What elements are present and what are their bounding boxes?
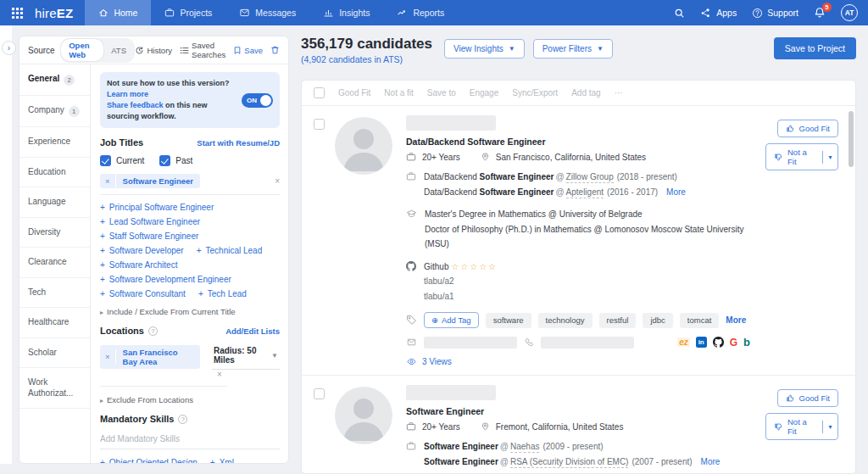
category-tech[interactable]: Tech	[19, 278, 90, 309]
selected-location-tag[interactable]: ×San Francisco Bay Area	[100, 345, 200, 369]
suggestion-skill[interactable]: Object Oriented Design	[100, 458, 198, 463]
radius-select[interactable]: Radius: 50 Miles▼	[212, 343, 280, 370]
candidate-tag[interactable]: restful	[599, 313, 637, 328]
mandatory-skills-input[interactable]	[100, 431, 280, 449]
saved-searches-button[interactable]: Saved Searches	[180, 41, 225, 59]
category-company[interactable]: Company1	[19, 96, 90, 127]
add-edit-lists-link[interactable]: Add/Edit Lists	[225, 326, 280, 336]
view-insights-button[interactable]: View Insights▼	[444, 39, 525, 59]
nav-tab-projects[interactable]: Projects	[151, 0, 225, 25]
github-profile-icon[interactable]	[713, 337, 724, 348]
add-tag-button[interactable]: ⊕Add Tag	[424, 312, 479, 328]
suggestion-title[interactable]: Tech Lead	[198, 289, 247, 298]
notifications-button[interactable]: 5	[814, 7, 826, 19]
apps-menu[interactable]: Apps	[700, 8, 737, 19]
select-all-checkbox[interactable]	[314, 87, 325, 98]
panel-collapse-button[interactable]: ›	[2, 41, 16, 55]
nav-tab-home[interactable]: Home	[85, 0, 151, 25]
suggestion-title[interactable]: Software Consultant	[100, 289, 186, 298]
company-link[interactable]: Naehas	[510, 442, 539, 453]
job-titles-heading: Job Titles	[100, 137, 143, 148]
company-link[interactable]: RSA (Security Division of EMC)	[510, 457, 628, 468]
category-language[interactable]: Language	[19, 187, 90, 218]
suggestion-title[interactable]: Staff Software Engineer	[100, 231, 198, 241]
candidate-tag[interactable]: technology	[538, 313, 593, 328]
suggestion-title[interactable]: Software Architect	[100, 260, 177, 270]
category-diversity[interactable]: Diversity	[19, 218, 90, 248]
user-avatar[interactable]: AT	[841, 4, 858, 21]
suggestion-title[interactable]: Technical Lead	[197, 246, 263, 255]
tags-more-link[interactable]: More	[726, 315, 746, 325]
bulk-save-to[interactable]: Save to	[427, 88, 456, 98]
candidate-checkbox[interactable]	[314, 388, 325, 399]
category-healthcare[interactable]: Healthcare	[19, 308, 90, 338]
remove-tag-icon[interactable]: ×	[100, 349, 116, 364]
company-link[interactable]: Apteligent	[566, 187, 604, 198]
results-scrollbar[interactable]	[849, 111, 854, 167]
bulk-sync-export[interactable]: Sync/Export	[512, 88, 558, 98]
save-to-project-button[interactable]: Save to Project	[774, 37, 856, 59]
save-search-button[interactable]: Save	[233, 46, 263, 55]
clear-location-icon[interactable]: ×	[217, 370, 222, 379]
bulk-not-a-fit[interactable]: Not a fit	[384, 88, 413, 98]
hireez-profile-icon[interactable]: ez	[677, 337, 690, 347]
not-a-fit-dropdown[interactable]: ▼	[822, 421, 837, 433]
category-clearance[interactable]: Clearance	[19, 248, 90, 278]
learn-more-link[interactable]: Learn more	[107, 90, 148, 98]
not-a-fit-button[interactable]: Not a Fit▼	[765, 143, 838, 170]
source-open-web[interactable]: Open Web	[61, 39, 103, 61]
nav-tab-reports[interactable]: Reports	[383, 0, 458, 25]
company-link[interactable]: Zillow Group	[566, 172, 614, 183]
candidate-tag[interactable]: software	[486, 313, 531, 328]
suggestion-title[interactable]: Software Development Engineer	[100, 275, 231, 284]
bulk-add-tag[interactable]: Add tag	[571, 88, 600, 98]
good-fit-button[interactable]: Good Fit	[777, 389, 838, 407]
category-scholar[interactable]: Scholar	[19, 338, 90, 369]
checkbox-past[interactable]: Past	[159, 155, 192, 166]
google-icon[interactable]: G	[730, 337, 737, 349]
envelope-icon	[406, 337, 417, 347]
bing-icon[interactable]: b	[743, 336, 750, 349]
category-experience[interactable]: Experience	[19, 127, 90, 158]
experience-more-link[interactable]: More	[701, 457, 721, 466]
power-filters-button[interactable]: Power Filters▼	[533, 39, 613, 59]
experience-more-link[interactable]: More	[666, 187, 686, 197]
source-ats[interactable]: ATS	[103, 44, 134, 57]
category-general[interactable]: General2	[19, 64, 90, 96]
remove-tag-icon[interactable]: ×	[100, 174, 116, 188]
not-a-fit-dropdown[interactable]: ▼	[822, 151, 837, 164]
version-toggle[interactable]: ON	[242, 93, 273, 108]
checkbox-current[interactable]: Current	[100, 155, 144, 166]
bulk-good-fit[interactable]: Good Fit	[338, 88, 370, 98]
suggestion-skill[interactable]: Xml	[210, 458, 234, 463]
good-fit-button[interactable]: Good Fit	[777, 120, 838, 137]
suggestion-title[interactable]: Principal Software Engineer	[100, 203, 214, 212]
selected-title-tag[interactable]: ×Software Engineer	[100, 174, 200, 188]
nav-tab-messages[interactable]: Messages	[225, 0, 309, 25]
nav-tab-insights[interactable]: Insights	[309, 0, 383, 25]
start-with-resume-link[interactable]: Start with Resume/JD	[197, 138, 280, 148]
candidate-checkbox[interactable]	[314, 119, 325, 130]
app-grid-icon[interactable]	[8, 3, 26, 22]
github-rating: Github ☆☆☆☆☆	[424, 259, 498, 275]
views-link[interactable]: 3 Views	[406, 357, 765, 366]
support-menu[interactable]: Support	[752, 8, 798, 19]
not-a-fit-button[interactable]: Not a Fit▼	[765, 413, 838, 440]
search-icon[interactable]	[674, 8, 685, 19]
bulk-more-icon[interactable]: ···	[615, 88, 623, 98]
category-education[interactable]: Education	[19, 158, 90, 188]
exclude-locations-expander[interactable]: Exclude From Locations	[100, 395, 280, 404]
share-feedback-link[interactable]: Share feedback	[107, 101, 164, 109]
linkedin-icon[interactable]: in	[696, 337, 707, 348]
candidate-tag[interactable]: tomcat	[680, 313, 720, 328]
suggestion-title[interactable]: Lead Software Engineer	[100, 217, 200, 226]
clear-titles-icon[interactable]: ×	[275, 176, 280, 186]
candidate-tag[interactable]: jdbc	[643, 313, 672, 328]
hireez-logo[interactable]: hireEZ	[35, 6, 73, 20]
delete-search-button[interactable]	[270, 45, 280, 55]
bulk-engage[interactable]: Engage	[470, 88, 498, 98]
category-work-authorization[interactable]: Work Authorizat...	[19, 368, 90, 409]
suggestion-title[interactable]: Software Developer	[100, 246, 184, 255]
include-exclude-title-expander[interactable]: Include / Exclude From Current Title	[100, 307, 280, 316]
history-button[interactable]: History	[135, 46, 172, 55]
